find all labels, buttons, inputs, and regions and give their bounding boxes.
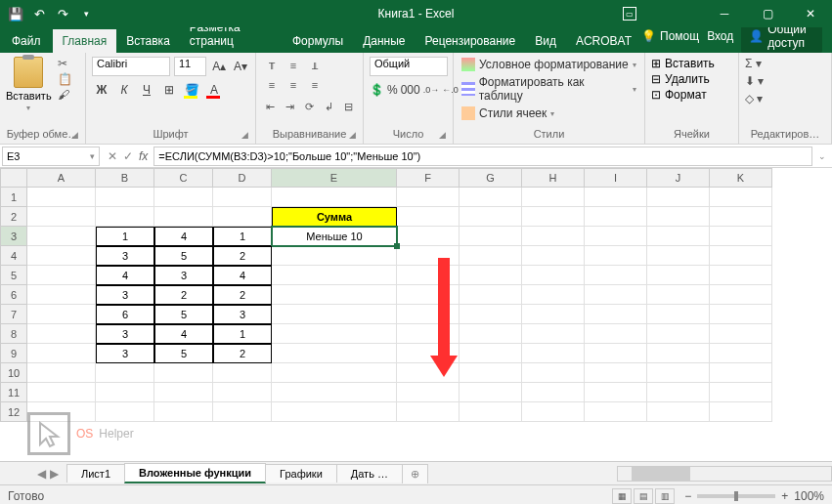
row-header-12[interactable]: 12	[0, 402, 27, 422]
col-header-G[interactable]: G	[460, 168, 522, 188]
cell-E2[interactable]: Сумма	[272, 207, 397, 227]
cell-E5[interactable]	[272, 266, 397, 285]
cell-D6[interactable]: 2	[213, 285, 272, 305]
border-button[interactable]: ⊞	[159, 80, 179, 100]
zoom-slider[interactable]	[697, 494, 775, 498]
cell-F10[interactable]	[397, 363, 460, 383]
cell-J12[interactable]	[647, 402, 710, 422]
cell-G3[interactable]	[460, 227, 522, 246]
cell-H10[interactable]	[522, 363, 585, 383]
alignment-launcher-icon[interactable]: ◢	[349, 130, 361, 142]
clipboard-launcher-icon[interactable]: ◢	[71, 130, 83, 142]
cell-K6[interactable]	[710, 285, 772, 305]
cell-E7[interactable]	[272, 305, 397, 324]
insert-function-icon[interactable]: fx	[139, 149, 148, 163]
col-header-F[interactable]: F	[397, 168, 460, 188]
format-as-table-button[interactable]: Форматировать как таблицу▾	[460, 74, 638, 104]
cell-A12[interactable]	[27, 402, 96, 422]
font-color-button[interactable]: A	[204, 80, 224, 100]
cell-H4[interactable]	[522, 246, 585, 266]
row-header-10[interactable]: 10	[0, 363, 27, 383]
cell-F8[interactable]	[397, 324, 460, 344]
cell-D4[interactable]: 2	[213, 246, 272, 266]
cell-B4[interactable]: 3	[96, 246, 154, 266]
cell-I9[interactable]	[585, 344, 647, 363]
fill-icon[interactable]: ⬇ ▾	[745, 74, 825, 88]
cell-E12[interactable]	[272, 402, 397, 422]
save-icon[interactable]: 💾	[8, 6, 23, 21]
tab-view[interactable]: Вид	[525, 29, 566, 53]
minimize-button[interactable]: ─	[703, 0, 746, 27]
cell-F12[interactable]	[397, 402, 460, 422]
fill-color-button[interactable]: 🪣	[182, 80, 201, 100]
cell-A1[interactable]	[27, 188, 96, 207]
cell-I11[interactable]	[585, 383, 647, 402]
cell-B10[interactable]	[96, 363, 154, 383]
cell-G9[interactable]	[460, 344, 522, 363]
align-top-icon[interactable]: ⫪	[262, 57, 282, 74]
cell-F6[interactable]	[397, 285, 460, 305]
cell-K1[interactable]	[710, 188, 772, 207]
cell-J2[interactable]	[647, 207, 710, 227]
cell-K7[interactable]	[710, 305, 772, 324]
cell-G7[interactable]	[460, 305, 522, 324]
currency-icon[interactable]: 💲	[370, 80, 384, 100]
cell-J7[interactable]	[647, 305, 710, 324]
expand-formula-icon[interactable]: ⌄	[812, 151, 832, 161]
cell-B5[interactable]: 4	[96, 266, 154, 285]
tab-formulas[interactable]: Формулы	[283, 29, 353, 53]
row-header-8[interactable]: 8	[0, 324, 27, 344]
cell-J8[interactable]	[647, 324, 710, 344]
cell-E9[interactable]	[272, 344, 397, 363]
select-all-corner[interactable]	[0, 168, 27, 188]
cell-C4[interactable]: 5	[154, 246, 213, 266]
cell-B3[interactable]: 1	[96, 227, 154, 246]
sheet-tab-3[interactable]: Графики	[265, 464, 337, 483]
add-sheet-button[interactable]: ⊕	[402, 464, 428, 483]
cell-J10[interactable]	[647, 363, 710, 383]
cell-D2[interactable]	[213, 207, 272, 227]
font-launcher-icon[interactable]: ◢	[241, 130, 253, 142]
cell-H5[interactable]	[522, 266, 585, 285]
align-left-icon[interactable]: ≡	[262, 76, 282, 94]
cell-K11[interactable]	[710, 383, 772, 402]
cell-I3[interactable]	[585, 227, 647, 246]
cell-D7[interactable]: 3	[213, 305, 272, 324]
conditional-formatting-button[interactable]: Условное форматирование▾	[460, 57, 638, 72]
cell-A7[interactable]	[27, 305, 96, 324]
cell-F7[interactable]	[397, 305, 460, 324]
cell-C5[interactable]: 3	[154, 266, 213, 285]
cell-C6[interactable]: 2	[154, 285, 213, 305]
cell-A9[interactable]	[27, 344, 96, 363]
cell-J11[interactable]	[647, 383, 710, 402]
row-header-6[interactable]: 6	[0, 285, 27, 305]
sheet-nav-prev-icon[interactable]: ◀	[37, 467, 46, 481]
cell-A10[interactable]	[27, 363, 96, 383]
col-header-A[interactable]: A	[27, 168, 96, 188]
col-header-C[interactable]: C	[154, 168, 213, 188]
qat-customize-icon[interactable]: ▾	[78, 6, 94, 21]
cell-F5[interactable]	[397, 266, 460, 285]
row-header-11[interactable]: 11	[0, 383, 27, 402]
sheet-tab-1[interactable]: Лист1	[66, 464, 125, 483]
cell-I8[interactable]	[585, 324, 647, 344]
cell-K3[interactable]	[710, 227, 772, 246]
cell-D9[interactable]: 2	[213, 344, 272, 363]
ribbon-options-icon[interactable]: ▭	[623, 7, 636, 21]
name-box[interactable]: E3	[2, 147, 100, 166]
cut-icon[interactable]: ✂	[58, 57, 72, 70]
cell-K5[interactable]	[710, 266, 772, 285]
cell-D12[interactable]	[213, 402, 272, 422]
cell-D11[interactable]	[213, 383, 272, 402]
cell-A3[interactable]	[27, 227, 96, 246]
cell-G11[interactable]	[460, 383, 522, 402]
undo-icon[interactable]: ↶	[31, 6, 47, 21]
cell-C7[interactable]: 5	[154, 305, 213, 324]
col-header-I[interactable]: I	[585, 168, 647, 188]
insert-cells-button[interactable]: ⊞Вставить	[651, 57, 732, 70]
cell-D10[interactable]	[213, 363, 272, 383]
underline-button[interactable]: Ч	[137, 80, 156, 100]
cell-G8[interactable]	[460, 324, 522, 344]
cell-E8[interactable]	[272, 324, 397, 344]
number-launcher-icon[interactable]: ◢	[439, 130, 451, 142]
